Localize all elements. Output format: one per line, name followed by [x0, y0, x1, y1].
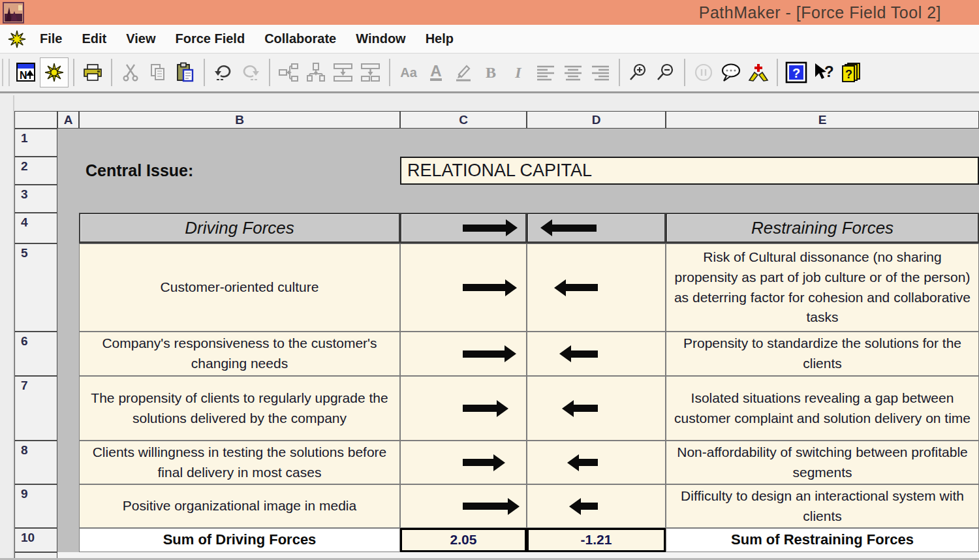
row-header-6[interactable]: 6	[14, 332, 57, 376]
column-header-d[interactable]: D	[527, 111, 666, 129]
menu-file[interactable]: File	[30, 31, 72, 46]
cut-button[interactable]	[117, 58, 144, 87]
row-header-3[interactable]: 3	[14, 185, 57, 213]
join-session-button[interactable]	[745, 58, 772, 87]
cut-icon	[121, 63, 140, 82]
sum-restraining-value[interactable]: -1.21	[527, 528, 666, 552]
right-arrow-icon	[463, 345, 516, 362]
comment-button[interactable]	[717, 58, 745, 87]
driving-arrow-cell[interactable]	[400, 484, 527, 528]
driving-arrow-cell[interactable]	[400, 243, 527, 332]
row-header-2[interactable]: 2	[14, 157, 57, 185]
align-right-icon	[590, 63, 611, 82]
row-header-1[interactable]: 1	[14, 129, 57, 157]
navigator-button[interactable]: N	[12, 58, 40, 87]
toolbar-grip[interactable]	[2, 59, 10, 86]
bold-button[interactable]: B	[477, 58, 505, 87]
menu-edit[interactable]: Edit	[72, 31, 116, 46]
restraining-force-cell[interactable]: Non-affordability of switching between p…	[666, 441, 979, 484]
align-right-button[interactable]	[587, 58, 614, 87]
driving-header-arrow-cell	[400, 213, 527, 243]
restraining-force-cell[interactable]: Risk of Cultural dissonance (no sharing …	[666, 243, 979, 332]
redo-button[interactable]	[237, 58, 264, 87]
driving-force-cell[interactable]: Positive organizational image in media	[79, 484, 400, 528]
menu-view[interactable]: View	[116, 31, 165, 46]
highlighter-button[interactable]	[450, 58, 477, 87]
font-color-button[interactable]: A	[422, 58, 450, 87]
font-color-icon: A	[430, 64, 441, 81]
driving-force-cell[interactable]: The propensity of clients to regularly u…	[79, 376, 400, 441]
column-header-a[interactable]: A	[57, 111, 79, 129]
print-button[interactable]	[79, 58, 106, 87]
insert-row-below-button[interactable]	[357, 58, 384, 87]
left-arrow-icon	[554, 279, 598, 296]
row-header-4[interactable]: 4	[14, 213, 57, 243]
paste-button[interactable]	[172, 58, 199, 87]
menu-collaborate[interactable]: Collaborate	[255, 31, 346, 46]
zoom-out-icon	[655, 62, 676, 83]
restraining-force-cell[interactable]: Difficulty to design an interactional sy…	[666, 484, 979, 528]
menu-bar: File Edit View Force Field Collaborate W…	[0, 25, 979, 54]
row-header-5[interactable]: 5	[14, 243, 57, 332]
column-header-c[interactable]: C	[400, 111, 527, 129]
sum-driving-value[interactable]: 2.05	[400, 528, 527, 552]
row-header-9[interactable]: 9	[14, 484, 57, 528]
restraining-arrow-cell[interactable]	[527, 376, 666, 441]
context-help-button[interactable]: ?	[810, 58, 837, 87]
org-chart-vertical-icon	[305, 62, 326, 83]
driving-arrow-cell[interactable]	[400, 332, 527, 376]
font-button[interactable]: Aa	[395, 58, 422, 87]
menu-window[interactable]: Window	[346, 31, 415, 46]
zoom-in-button[interactable]	[625, 58, 652, 87]
restraining-arrow-cell[interactable]	[527, 332, 666, 376]
right-arrow-icon	[463, 279, 517, 296]
restraining-arrow-cell[interactable]	[527, 243, 666, 332]
column-header-e[interactable]: E	[666, 111, 979, 129]
help-topics-button[interactable]: ?	[837, 58, 865, 87]
smiley-button[interactable]	[690, 58, 717, 87]
org-chart-vertical-button[interactable]	[302, 58, 330, 87]
driving-force-cell[interactable]: Customer-oriented culture	[79, 243, 400, 332]
driving-force-cell[interactable]: Clients willingness in testing the solut…	[79, 441, 400, 484]
corner-header-cell[interactable]	[14, 111, 57, 129]
row-header-8[interactable]: 8	[14, 441, 57, 484]
restraining-arrow-cell[interactable]	[527, 441, 666, 484]
right-arrow-icon	[463, 400, 508, 417]
restraining-force-cell[interactable]: Propensity to standardize the solutions …	[666, 332, 979, 376]
undo-button[interactable]	[210, 58, 237, 87]
org-chart-horizontal-button[interactable]	[275, 58, 302, 87]
toolbar-separator	[777, 59, 778, 86]
driving-forces-header: Driving Forces	[79, 213, 400, 243]
insert-row-below-icon	[360, 62, 382, 83]
undo-icon	[213, 62, 234, 83]
help-topics-icon: ?	[840, 61, 862, 84]
toolbar: N	[0, 54, 979, 93]
menu-help[interactable]: Help	[416, 31, 463, 46]
left-gutter	[0, 95, 14, 560]
central-issue-value-cell[interactable]: RELATIONAL CAPITAL	[400, 157, 979, 185]
menu-force-field[interactable]: Force Field	[165, 31, 255, 46]
driving-arrow-cell[interactable]	[400, 441, 527, 484]
restraining-force-cell[interactable]: Isolated situations revealing a gap betw…	[666, 376, 979, 441]
force-field-tool-button[interactable]	[40, 57, 69, 87]
restraining-forces-header: Restraining Forces	[666, 213, 979, 243]
title-bar: PathMaker - [Force Field Tool 2]	[0, 0, 979, 25]
column-header-b[interactable]: B	[79, 111, 400, 129]
help-icon: ?	[785, 61, 807, 84]
driving-arrow-cell[interactable]	[400, 376, 527, 441]
insert-row-above-button[interactable]	[330, 58, 357, 87]
align-left-button[interactable]	[532, 58, 559, 87]
restraining-arrow-cell[interactable]	[527, 484, 666, 528]
spreadsheet: A B C D E 1 2 3 4 5 6 7 8 9 10 Central I…	[14, 111, 979, 552]
left-arrow-icon	[540, 219, 597, 236]
driving-force-cell[interactable]: Company's responsiveness to the customer…	[79, 332, 400, 376]
align-center-button[interactable]	[559, 58, 587, 87]
italic-button[interactable]: I	[505, 58, 532, 87]
copy-button[interactable]	[144, 58, 172, 87]
help-button[interactable]: ?	[783, 58, 810, 87]
row-header-10[interactable]: 10	[14, 528, 57, 552]
row-header-7[interactable]: 7	[14, 376, 57, 441]
redo-icon	[240, 62, 261, 83]
print-icon	[82, 62, 103, 83]
zoom-out-button[interactable]	[652, 58, 679, 87]
